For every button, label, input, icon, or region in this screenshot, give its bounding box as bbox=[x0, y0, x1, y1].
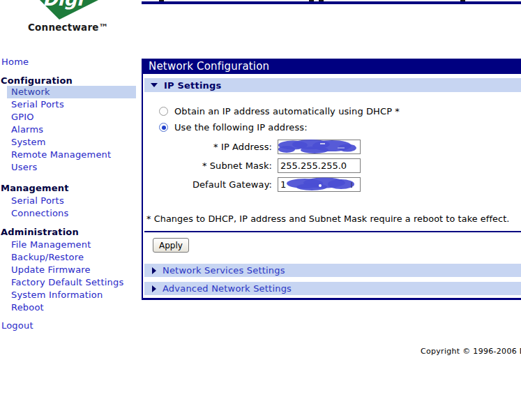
dhcp-radio-button[interactable] bbox=[159, 107, 168, 116]
panel-bottom-border bbox=[142, 298, 521, 300]
static-ip-radio-row: Use the following IP address: bbox=[159, 122, 308, 133]
ip-address-input[interactable] bbox=[278, 140, 361, 154]
subnet-mask-label: * Subnet Mask: bbox=[146, 160, 272, 171]
subnet-mask-input[interactable] bbox=[278, 158, 361, 173]
section-label: Advanced Network Settings bbox=[163, 283, 292, 294]
panel-left-border bbox=[142, 59, 143, 300]
reboot-note: * Changes to DHCP, IP address and Subnet… bbox=[146, 213, 509, 224]
dhcp-radio-row: Obtain an IP address automatically using… bbox=[159, 106, 400, 117]
sidebar-item-connections[interactable]: Connections bbox=[7, 207, 136, 220]
sidebar-item-system[interactable]: System bbox=[7, 136, 136, 149]
sidebar-item-remote-management[interactable]: Remote Management bbox=[7, 149, 136, 161]
digi-logo-icon: Digi bbox=[37, 0, 101, 21]
copyright-text: Copyright © 1996-2006 D bbox=[421, 347, 521, 356]
section-header-ip-settings[interactable]: IP Settings bbox=[144, 78, 521, 92]
screen: Digi Connectware™ Home Configuration Net… bbox=[0, 0, 521, 420]
divider-line bbox=[144, 231, 521, 232]
default-gateway-label: Default Gateway: bbox=[146, 179, 272, 190]
cropped-header-text-remnant bbox=[460, 0, 465, 1]
sidebar-section-administration: Administration bbox=[1, 226, 79, 239]
sidebar-item-users[interactable]: Users bbox=[7, 161, 136, 174]
section-label: IP Settings bbox=[164, 80, 221, 91]
section-header-advanced-network[interactable]: Advanced Network Settings bbox=[144, 282, 521, 295]
page-title: Network Configuration bbox=[142, 59, 521, 74]
sidebar-section-management: Management bbox=[1, 182, 69, 195]
apply-button[interactable]: Apply bbox=[153, 238, 189, 253]
sidebar-item-mgmt-serial-ports[interactable]: Serial Ports bbox=[7, 195, 136, 207]
connectware-wordmark: Connectware™ bbox=[28, 22, 108, 33]
triangle-right-icon bbox=[152, 285, 156, 292]
sidebar-item-system-information[interactable]: System Information bbox=[7, 289, 136, 301]
section-header-network-services[interactable]: Network Services Settings bbox=[144, 264, 521, 277]
digi-logo: Digi bbox=[37, 0, 101, 21]
dhcp-radio-label: Obtain an IP address automatically using… bbox=[174, 106, 400, 117]
triangle-down-icon bbox=[151, 83, 158, 87]
sidebar-item-update-firmware[interactable]: Update Firmware bbox=[7, 264, 136, 276]
sidebar-item-reboot[interactable]: Reboot bbox=[7, 301, 136, 314]
section-label: Network Services Settings bbox=[163, 265, 285, 276]
sidebar-item-alarms[interactable]: Alarms bbox=[7, 123, 136, 136]
cropped-header-text-remnant bbox=[159, 0, 164, 1]
sidebar-item-serial-ports[interactable]: Serial Ports bbox=[7, 98, 136, 111]
static-ip-radio-button[interactable] bbox=[159, 123, 168, 132]
sidebar-item-gpio[interactable]: GPIO bbox=[7, 111, 136, 123]
sidebar-item-file-management[interactable]: File Management bbox=[7, 239, 136, 251]
sidebar-item-logout[interactable]: Logout bbox=[1, 320, 33, 331]
sidebar-item-network[interactable]: Network bbox=[7, 86, 136, 98]
static-ip-radio-label: Use the following IP address: bbox=[174, 122, 308, 133]
cropped-header-text-remnant bbox=[309, 0, 314, 1]
svg-text:Digi: Digi bbox=[43, 0, 85, 10]
default-gateway-input[interactable] bbox=[278, 177, 361, 192]
triangle-right-icon bbox=[152, 267, 156, 274]
sidebar-item-factory-default-settings[interactable]: Factory Default Settings bbox=[7, 276, 136, 289]
sidebar-item-home[interactable]: Home bbox=[1, 57, 29, 68]
cropped-header-text-remnant bbox=[319, 0, 324, 1]
ip-address-label: * IP Address: bbox=[146, 142, 272, 152]
sidebar-item-backup-restore[interactable]: Backup/Restore bbox=[7, 251, 136, 264]
top-divider bbox=[142, 1, 521, 4]
